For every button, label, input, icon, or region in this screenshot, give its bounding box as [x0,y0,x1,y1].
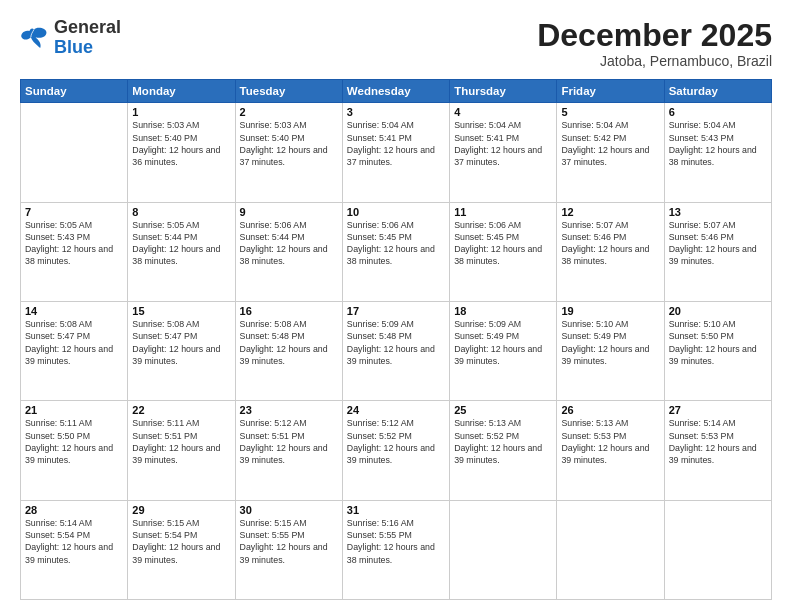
day-info: Sunrise: 5:15 AMSunset: 5:55 PMDaylight:… [240,517,338,566]
day-info: Sunrise: 5:12 AMSunset: 5:51 PMDaylight:… [240,417,338,466]
col-sunday: Sunday [21,80,128,103]
day-info: Sunrise: 5:06 AMSunset: 5:45 PMDaylight:… [347,219,445,268]
col-thursday: Thursday [450,80,557,103]
day-info: Sunrise: 5:04 AMSunset: 5:43 PMDaylight:… [669,119,767,168]
col-friday: Friday [557,80,664,103]
day-number: 25 [454,404,552,416]
calendar-table: Sunday Monday Tuesday Wednesday Thursday… [20,79,772,600]
day-info: Sunrise: 5:09 AMSunset: 5:48 PMDaylight:… [347,318,445,367]
day-number: 29 [132,504,230,516]
day-info: Sunrise: 5:03 AMSunset: 5:40 PMDaylight:… [240,119,338,168]
table-row: 2Sunrise: 5:03 AMSunset: 5:40 PMDaylight… [235,103,342,202]
day-number: 1 [132,106,230,118]
day-number: 24 [347,404,445,416]
table-row: 1Sunrise: 5:03 AMSunset: 5:40 PMDaylight… [128,103,235,202]
day-number: 23 [240,404,338,416]
col-wednesday: Wednesday [342,80,449,103]
table-row: 5Sunrise: 5:04 AMSunset: 5:42 PMDaylight… [557,103,664,202]
table-row [450,500,557,599]
day-number: 8 [132,206,230,218]
logo: General Blue [20,18,121,58]
day-number: 20 [669,305,767,317]
calendar-location: Jatoba, Pernambuco, Brazil [537,53,772,69]
day-number: 31 [347,504,445,516]
day-info: Sunrise: 5:04 AMSunset: 5:41 PMDaylight:… [454,119,552,168]
day-number: 19 [561,305,659,317]
day-number: 28 [25,504,123,516]
day-number: 9 [240,206,338,218]
table-row: 11Sunrise: 5:06 AMSunset: 5:45 PMDayligh… [450,202,557,301]
col-saturday: Saturday [664,80,771,103]
table-row: 9Sunrise: 5:06 AMSunset: 5:44 PMDaylight… [235,202,342,301]
day-number: 6 [669,106,767,118]
day-number: 21 [25,404,123,416]
table-row: 20Sunrise: 5:10 AMSunset: 5:50 PMDayligh… [664,301,771,400]
table-row: 30Sunrise: 5:15 AMSunset: 5:55 PMDayligh… [235,500,342,599]
day-number: 4 [454,106,552,118]
day-info: Sunrise: 5:07 AMSunset: 5:46 PMDaylight:… [561,219,659,268]
day-number: 14 [25,305,123,317]
table-row: 6Sunrise: 5:04 AMSunset: 5:43 PMDaylight… [664,103,771,202]
title-block: December 2025 Jatoba, Pernambuco, Brazil [537,18,772,69]
table-row [21,103,128,202]
day-number: 5 [561,106,659,118]
logo-text: General Blue [54,18,121,58]
day-info: Sunrise: 5:08 AMSunset: 5:47 PMDaylight:… [132,318,230,367]
day-info: Sunrise: 5:03 AMSunset: 5:40 PMDaylight:… [132,119,230,168]
logo-bird-icon [20,26,48,50]
col-tuesday: Tuesday [235,80,342,103]
table-row: 12Sunrise: 5:07 AMSunset: 5:46 PMDayligh… [557,202,664,301]
day-number: 2 [240,106,338,118]
day-number: 3 [347,106,445,118]
day-info: Sunrise: 5:04 AMSunset: 5:41 PMDaylight:… [347,119,445,168]
table-row: 25Sunrise: 5:13 AMSunset: 5:52 PMDayligh… [450,401,557,500]
table-row: 23Sunrise: 5:12 AMSunset: 5:51 PMDayligh… [235,401,342,500]
day-number: 10 [347,206,445,218]
table-row: 15Sunrise: 5:08 AMSunset: 5:47 PMDayligh… [128,301,235,400]
day-number: 18 [454,305,552,317]
header: General Blue December 2025 Jatoba, Perna… [20,18,772,69]
day-number: 30 [240,504,338,516]
col-monday: Monday [128,80,235,103]
calendar-header-row: Sunday Monday Tuesday Wednesday Thursday… [21,80,772,103]
day-info: Sunrise: 5:09 AMSunset: 5:49 PMDaylight:… [454,318,552,367]
day-info: Sunrise: 5:04 AMSunset: 5:42 PMDaylight:… [561,119,659,168]
table-row: 31Sunrise: 5:16 AMSunset: 5:55 PMDayligh… [342,500,449,599]
day-number: 13 [669,206,767,218]
day-info: Sunrise: 5:14 AMSunset: 5:54 PMDaylight:… [25,517,123,566]
table-row: 17Sunrise: 5:09 AMSunset: 5:48 PMDayligh… [342,301,449,400]
day-info: Sunrise: 5:10 AMSunset: 5:50 PMDaylight:… [669,318,767,367]
day-info: Sunrise: 5:05 AMSunset: 5:44 PMDaylight:… [132,219,230,268]
table-row: 22Sunrise: 5:11 AMSunset: 5:51 PMDayligh… [128,401,235,500]
table-row: 10Sunrise: 5:06 AMSunset: 5:45 PMDayligh… [342,202,449,301]
table-row: 29Sunrise: 5:15 AMSunset: 5:54 PMDayligh… [128,500,235,599]
day-info: Sunrise: 5:11 AMSunset: 5:50 PMDaylight:… [25,417,123,466]
day-info: Sunrise: 5:06 AMSunset: 5:44 PMDaylight:… [240,219,338,268]
table-row: 14Sunrise: 5:08 AMSunset: 5:47 PMDayligh… [21,301,128,400]
table-row [557,500,664,599]
table-row [664,500,771,599]
day-number: 15 [132,305,230,317]
day-info: Sunrise: 5:16 AMSunset: 5:55 PMDaylight:… [347,517,445,566]
day-info: Sunrise: 5:07 AMSunset: 5:46 PMDaylight:… [669,219,767,268]
day-info: Sunrise: 5:08 AMSunset: 5:48 PMDaylight:… [240,318,338,367]
logo-general-text: General [54,17,121,37]
table-row: 3Sunrise: 5:04 AMSunset: 5:41 PMDaylight… [342,103,449,202]
day-info: Sunrise: 5:13 AMSunset: 5:53 PMDaylight:… [561,417,659,466]
table-row: 24Sunrise: 5:12 AMSunset: 5:52 PMDayligh… [342,401,449,500]
table-row: 27Sunrise: 5:14 AMSunset: 5:53 PMDayligh… [664,401,771,500]
day-info: Sunrise: 5:14 AMSunset: 5:53 PMDaylight:… [669,417,767,466]
table-row: 8Sunrise: 5:05 AMSunset: 5:44 PMDaylight… [128,202,235,301]
table-row: 21Sunrise: 5:11 AMSunset: 5:50 PMDayligh… [21,401,128,500]
table-row: 4Sunrise: 5:04 AMSunset: 5:41 PMDaylight… [450,103,557,202]
day-number: 27 [669,404,767,416]
day-number: 7 [25,206,123,218]
day-info: Sunrise: 5:05 AMSunset: 5:43 PMDaylight:… [25,219,123,268]
day-info: Sunrise: 5:12 AMSunset: 5:52 PMDaylight:… [347,417,445,466]
day-info: Sunrise: 5:11 AMSunset: 5:51 PMDaylight:… [132,417,230,466]
table-row: 7Sunrise: 5:05 AMSunset: 5:43 PMDaylight… [21,202,128,301]
day-number: 17 [347,305,445,317]
day-number: 22 [132,404,230,416]
day-info: Sunrise: 5:13 AMSunset: 5:52 PMDaylight:… [454,417,552,466]
calendar-title: December 2025 [537,18,772,53]
